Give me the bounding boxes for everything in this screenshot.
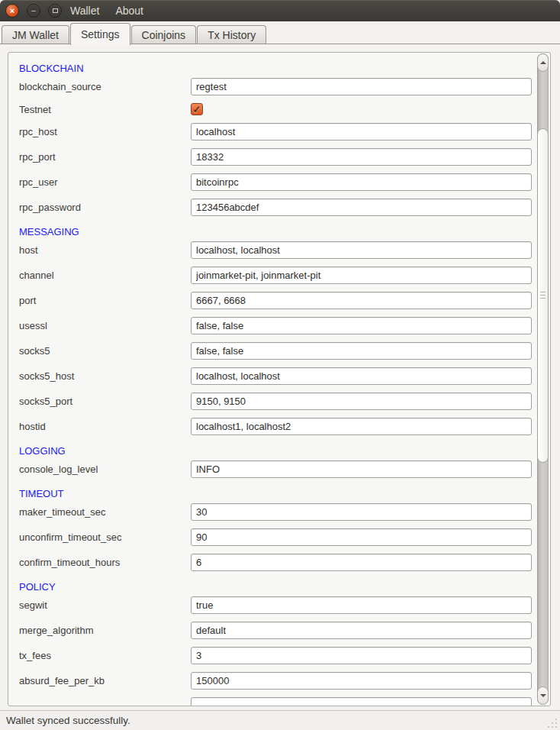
field-input-console-log-level[interactable] [191, 460, 532, 478]
field-label-channel: channel [19, 270, 54, 281]
field-input-rpc-port[interactable] [191, 148, 532, 166]
field-input-channel[interactable] [191, 266, 532, 284]
field-input-tx-fees[interactable] [191, 647, 532, 664]
tab-coinjoins[interactable]: Coinjoins [131, 25, 197, 44]
menu-about[interactable]: About [115, 5, 143, 17]
field-input-socks5-host[interactable] [191, 367, 532, 385]
field-label-host: host [19, 244, 38, 256]
tab-tx-history[interactable]: Tx History [197, 25, 266, 44]
menubar: Wallet About [70, 5, 143, 17]
field-label-tx-fees: tx_fees [19, 650, 51, 661]
field-input-rpc-password[interactable] [191, 199, 532, 216]
tab-bar: JM Wallet Settings Coinjoins Tx History [0, 21, 560, 44]
field-label-rpc-port: rpc_port [19, 151, 56, 163]
field-label-unconfirm-timeout-sec: unconfirm_timeout_sec [19, 531, 121, 543]
status-message: Wallet synced successfully. [6, 715, 130, 726]
scrollbar-grip-icon [540, 292, 546, 299]
field-label-socks5-port: socks5_port [19, 396, 72, 407]
menu-wallet[interactable]: Wallet [70, 5, 99, 17]
field-label-port: port [19, 295, 36, 306]
scroll-down-icon [540, 694, 546, 697]
field-input-port[interactable] [191, 292, 532, 309]
resize-grip-icon[interactable] [548, 718, 558, 728]
minimize-icon: − [31, 7, 36, 15]
field-label-absurd-fee-per-kb: absurd_fee_per_kb [19, 675, 105, 686]
field-input-merge-algorithm[interactable] [191, 622, 532, 639]
close-icon: × [10, 7, 14, 15]
field-input-rpc-host[interactable] [191, 123, 532, 141]
minimize-button[interactable]: − [27, 4, 40, 18]
field-input-maker-timeout-sec[interactable] [191, 503, 532, 521]
check-icon: ✓ [193, 104, 201, 115]
section-header-blockchain: BLOCKCHAIN [19, 63, 84, 74]
section-header-logging: LOGGING [19, 445, 66, 457]
field-label-blockchain-source: blockchain_source [19, 81, 101, 92]
field-label-socks5-host: socks5_host [19, 370, 74, 382]
field-label-usessl: usessl [19, 320, 47, 331]
window-controls: × − [0, 4, 62, 18]
settings-pane: BLOCKCHAINblockchain_sourceTestnet✓rpc_h… [0, 44, 560, 710]
app-window: × − Wallet About JM Wallet Settings Coin… [0, 0, 560, 730]
vertical-scrollbar[interactable] [537, 53, 549, 705]
titlebar: × − Wallet About [0, 0, 560, 21]
scroll-up-icon [540, 61, 546, 64]
tab-settings[interactable]: Settings [70, 23, 130, 45]
field-input-hostid[interactable] [191, 418, 532, 435]
field-label-segwit: segwit [19, 599, 47, 611]
field-input-host[interactable] [191, 241, 532, 259]
field-label-hostid: hostid [19, 421, 46, 432]
field-input-usessl[interactable] [191, 317, 532, 334]
field-input-rpc-user[interactable] [191, 173, 532, 191]
field-input-unconfirm-timeout-sec[interactable] [191, 528, 532, 546]
scroll-down-button[interactable] [537, 686, 549, 705]
settings-scroll-area: BLOCKCHAINblockchain_sourceTestnet✓rpc_h… [8, 52, 551, 706]
field-label-rpc-host: rpc_host [19, 126, 57, 137]
field-label-merge-algorithm: merge_algorithm [19, 625, 94, 636]
checkbox-testnet[interactable]: ✓ [191, 103, 203, 115]
field-label-rpc-user: rpc_user [19, 176, 58, 188]
scroll-up-button[interactable] [537, 53, 549, 72]
field-input-confirm-timeout-hours[interactable] [191, 554, 532, 571]
field-label-console-log-level: console_log_level [19, 464, 98, 475]
field-input-absurd-fee-per-kb[interactable] [191, 672, 532, 690]
field-input-socks5-port[interactable] [191, 392, 532, 410]
field-label-rpc-password: rpc_password [19, 202, 81, 213]
field-input-blockchain-source[interactable] [191, 78, 532, 95]
tab-jm-wallet[interactable]: JM Wallet [2, 25, 69, 44]
maximize-icon [53, 8, 58, 13]
maximize-button[interactable] [48, 4, 62, 18]
field-input-segwit[interactable] [191, 596, 532, 614]
field-input-field[interactable] [191, 697, 532, 706]
field-label-testnet: Testnet [19, 104, 51, 115]
field-label-confirm-timeout-hours: confirm_timeout_hours [19, 557, 120, 568]
field-input-socks5[interactable] [191, 342, 532, 360]
section-header-timeout: TIMEOUT [19, 488, 64, 499]
section-header-policy: POLICY [19, 581, 56, 593]
settings-form: BLOCKCHAINblockchain_sourceTestnet✓rpc_h… [8, 53, 536, 706]
scrollbar-thumb[interactable] [537, 128, 549, 463]
field-label-maker-timeout-sec: maker_timeout_sec [19, 506, 105, 518]
section-header-messaging: MESSAGING [19, 226, 79, 237]
status-bar: Wallet synced successfully. [0, 710, 560, 730]
field-label-socks5: socks5 [19, 345, 50, 357]
close-button[interactable]: × [5, 4, 19, 18]
